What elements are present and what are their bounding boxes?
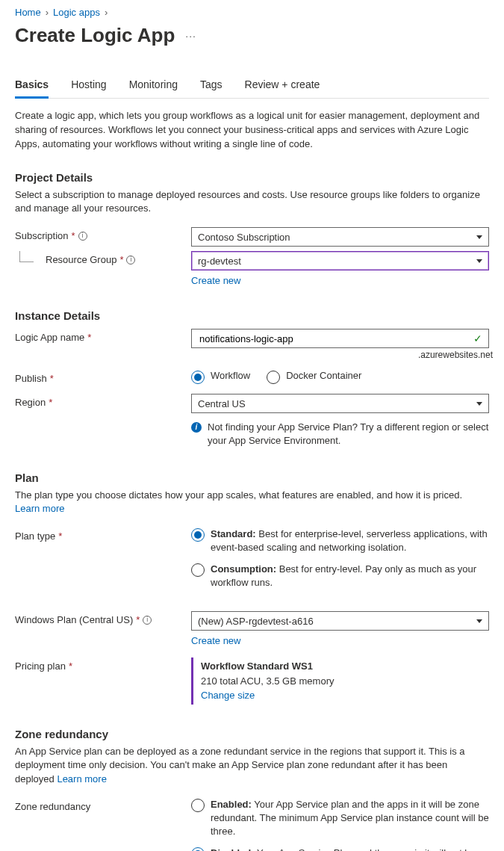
region-value: Central US bbox=[198, 398, 246, 409]
chevron-right-icon: › bbox=[46, 7, 49, 18]
zone-disabled-radio[interactable]: Disabled: Your App Service Plan and the … bbox=[191, 847, 489, 851]
breadcrumb-home[interactable]: Home bbox=[15, 7, 41, 18]
info-icon[interactable]: i bbox=[78, 232, 87, 241]
more-menu-icon[interactable]: ··· bbox=[185, 30, 196, 42]
region-select[interactable]: Central US bbox=[191, 394, 489, 413]
windows-plan-label: Windows Plan (Central US)* i bbox=[15, 611, 191, 625]
chevron-down-icon bbox=[476, 235, 482, 239]
logic-app-name-input[interactable]: ✓ bbox=[191, 329, 489, 348]
create-new-plan-link[interactable]: Create new bbox=[191, 635, 240, 646]
subscription-value: Contoso Subscription bbox=[198, 232, 290, 243]
region-info-text: Not finding your App Service Plan? Try a… bbox=[208, 421, 493, 448]
subscription-label: Subscription* i bbox=[15, 227, 191, 241]
plan-learn-more-link[interactable]: Learn more bbox=[15, 503, 64, 514]
section-plan: Plan bbox=[15, 471, 489, 484]
radio-icon bbox=[267, 371, 280, 384]
chevron-down-icon bbox=[476, 619, 482, 623]
tab-tags[interactable]: Tags bbox=[200, 75, 223, 98]
subscription-select[interactable]: Contoso Subscription bbox=[191, 227, 489, 247]
section-instance-details: Instance Details bbox=[15, 309, 489, 322]
project-details-desc: Select a subscription to manage deployed… bbox=[15, 188, 489, 217]
windows-plan-select[interactable]: (New) ASP-rgdevtest-a616 bbox=[191, 611, 489, 631]
publish-workflow-radio[interactable]: Workflow bbox=[191, 370, 250, 384]
zone-enabled-radio[interactable]: Enabled: Your App Service plan and the a… bbox=[191, 798, 489, 839]
intro-text: Create a logic app, which lets you group… bbox=[15, 99, 489, 161]
plan-standard-desc: Standard: Best for enterprise-level, ser… bbox=[211, 527, 489, 554]
tab-basics[interactable]: Basics bbox=[15, 75, 49, 98]
zone-desc: An App Service plan can be deployed as a… bbox=[15, 745, 489, 787]
radio-icon bbox=[191, 799, 205, 812]
tab-review[interactable]: Review + create bbox=[245, 75, 320, 98]
radio-icon bbox=[191, 528, 205, 542]
radio-icon bbox=[191, 371, 205, 384]
page-title: Create Logic App bbox=[15, 24, 175, 47]
publish-workflow-label: Workflow bbox=[211, 370, 250, 381]
create-new-rg-link[interactable]: Create new bbox=[191, 275, 240, 286]
plan-standard-radio[interactable]: Standard: Best for enterprise-level, ser… bbox=[191, 527, 489, 554]
radio-icon bbox=[191, 563, 205, 577]
chevron-down-icon bbox=[476, 402, 482, 406]
breadcrumb-logic-apps[interactable]: Logic apps bbox=[53, 7, 100, 18]
section-project-details: Project Details bbox=[15, 171, 489, 184]
zone-disabled-desc: Disabled: Your App Service Plan and the … bbox=[211, 847, 489, 851]
plan-consumption-desc: Consumption: Best for entry-level. Pay o… bbox=[211, 563, 489, 589]
info-icon[interactable]: i bbox=[126, 256, 135, 264]
publish-docker-label: Docker Container bbox=[286, 370, 361, 381]
zone-enabled-desc: Enabled: Your App Service plan and the a… bbox=[211, 798, 489, 839]
region-info-callout: i Not finding your App Service Plan? Try… bbox=[191, 413, 493, 448]
info-icon: i bbox=[191, 422, 202, 433]
tab-monitoring[interactable]: Monitoring bbox=[129, 75, 178, 98]
publish-label: Publish* bbox=[15, 370, 191, 384]
radio-icon bbox=[191, 847, 205, 851]
checkmark-icon: ✓ bbox=[473, 332, 482, 344]
chevron-down-icon bbox=[476, 259, 482, 263]
breadcrumb: Home › Logic apps › bbox=[15, 4, 489, 24]
zone-learn-more-link[interactable]: Learn more bbox=[57, 773, 106, 785]
chevron-right-icon: › bbox=[105, 7, 108, 18]
publish-docker-radio[interactable]: Docker Container bbox=[267, 370, 361, 384]
tab-hosting[interactable]: Hosting bbox=[71, 75, 106, 98]
resource-group-label: Resource Group* i bbox=[15, 251, 191, 265]
resource-group-value: rg-devtest bbox=[198, 256, 241, 267]
plan-consumption-radio[interactable]: Consumption: Best for entry-level. Pay o… bbox=[191, 563, 489, 589]
domain-suffix: .azurewebsites.net bbox=[191, 350, 493, 360]
pricing-plan-label: Pricing plan* bbox=[15, 657, 191, 672]
region-label: Region* bbox=[15, 394, 191, 408]
section-zone-redundancy: Zone redundancy bbox=[15, 728, 489, 740]
plan-type-label: Plan type* bbox=[15, 527, 191, 542]
info-icon[interactable]: i bbox=[143, 616, 152, 625]
windows-plan-value: (New) ASP-rgdevtest-a616 bbox=[198, 616, 314, 627]
plan-desc: The plan type you choose dictates how yo… bbox=[15, 489, 489, 517]
change-size-link[interactable]: Change size bbox=[201, 690, 255, 701]
pricing-plan-name: Workflow Standard WS1 bbox=[201, 659, 489, 674]
zone-redundancy-label: Zone redundancy bbox=[15, 798, 191, 812]
resource-group-select[interactable]: rg-devtest bbox=[191, 251, 489, 270]
pricing-plan-detail: 210 total ACU, 3.5 GB memory bbox=[201, 674, 489, 689]
wizard-tabs: Basics Hosting Monitoring Tags Review + … bbox=[15, 75, 489, 99]
logic-app-name-label: Logic App name* bbox=[15, 329, 191, 343]
pricing-plan-box: Workflow Standard WS1 210 total ACU, 3.5… bbox=[191, 657, 489, 705]
logic-app-name-field[interactable] bbox=[198, 332, 473, 345]
